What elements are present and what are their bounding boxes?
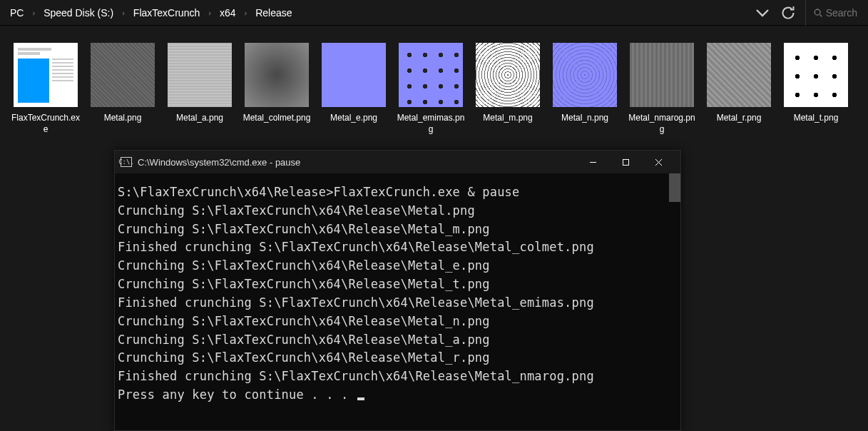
console-line: Finished crunching S:\FlaxTexCrunch\x64\… [118, 367, 678, 386]
breadcrumb-item[interactable]: PC [6, 4, 28, 21]
file-thumbnail [91, 43, 155, 107]
svg-rect-3 [623, 159, 628, 165]
file-grid: FlaxTexCrunch.exeMetal.pngMetal_a.pngMet… [0, 26, 868, 152]
file-item[interactable]: Metal_m.png [469, 40, 546, 138]
file-item[interactable]: Metal_n.png [546, 40, 623, 138]
console-line: Crunching S:\FlaxTexCrunch\x64\Release\M… [118, 349, 678, 367]
file-item[interactable]: Metal_a.png [161, 40, 238, 138]
file-label: Metal_emimas.png [395, 113, 466, 135]
console-titlebar[interactable]: C:\. C:\Windows\system32\cmd.exe - pause [115, 151, 680, 173]
console-line: S:\FlaxTexCrunch\x64\Release>FlaxTexCrun… [118, 183, 678, 202]
console-window: C:\. C:\Windows\system32\cmd.exe - pause… [114, 150, 681, 431]
file-label: Metal_nmarog.png [626, 113, 698, 135]
console-line: Crunching S:\FlaxTexCrunch\x64\Release\M… [118, 220, 678, 239]
file-thumbnail [399, 43, 463, 107]
file-thumbnail [168, 43, 232, 107]
file-thumbnail [630, 43, 694, 107]
file-label: Metal_n.png [561, 113, 608, 124]
file-item[interactable]: FlaxTexCrunch.exe [7, 40, 84, 138]
search-icon [813, 8, 823, 18]
file-label: Metal_m.png [483, 113, 532, 124]
refresh-icon[interactable] [780, 4, 797, 21]
console-line: Press any key to continue . . . [118, 386, 678, 405]
breadcrumb-item[interactable]: Release [251, 4, 296, 21]
cmd-icon: C:\. [121, 157, 132, 167]
file-thumbnail [14, 43, 78, 107]
explorer-address-bar: PC›Speed Disk (S:)›FlaxTexCrunch›x64›Rel… [0, 0, 868, 26]
file-item[interactable]: Metal_colmet.png [238, 40, 315, 138]
chevron-right-icon: › [242, 9, 248, 17]
file-label: Metal_e.png [330, 113, 377, 124]
file-item[interactable]: Metal_r.png [700, 40, 777, 138]
file-label: Metal_r.png [717, 113, 762, 124]
file-thumbnail [553, 43, 617, 107]
cursor [357, 397, 364, 400]
file-thumbnail [322, 43, 386, 107]
file-item[interactable]: Metal_nmarog.png [623, 40, 700, 138]
console-line: Finished crunching S:\FlaxTexCrunch\x64\… [118, 294, 678, 313]
file-label: Metal.png [104, 113, 142, 124]
file-thumbnail [784, 43, 848, 107]
search-input[interactable] [826, 7, 862, 19]
breadcrumb-item[interactable]: x64 [215, 4, 240, 21]
file-label: Metal_a.png [176, 113, 223, 124]
file-item[interactable]: Metal_emimas.png [392, 40, 469, 138]
breadcrumb: PC›Speed Disk (S:)›FlaxTexCrunch›x64›Rel… [6, 4, 754, 21]
file-item[interactable]: Metal.png [84, 40, 161, 138]
close-button[interactable] [642, 151, 675, 173]
console-line: Crunching S:\FlaxTexCrunch\x64\Release\M… [118, 257, 678, 275]
file-item[interactable]: Metal_t.png [777, 40, 854, 138]
chevron-right-icon: › [121, 9, 126, 17]
chevron-right-icon: › [31, 9, 36, 17]
chevron-right-icon: › [207, 9, 213, 17]
console-line: Crunching S:\FlaxTexCrunch\x64\Release\M… [118, 275, 678, 294]
console-line: Crunching S:\FlaxTexCrunch\x64\Release\M… [118, 202, 678, 220]
file-thumbnail [245, 43, 309, 107]
console-line: Finished crunching S:\FlaxTexCrunch\x64\… [118, 238, 678, 257]
breadcrumb-item[interactable]: Speed Disk (S:) [39, 4, 118, 21]
file-label: FlaxTexCrunch.exe [10, 113, 81, 135]
search-box[interactable] [805, 0, 862, 26]
file-thumbnail [707, 43, 771, 107]
file-label: Metal_t.png [794, 113, 839, 124]
svg-point-0 [815, 9, 820, 15]
console-output[interactable]: S:\FlaxTexCrunch\x64\Release>FlaxTexCrun… [115, 173, 680, 430]
console-title: C:\Windows\system32\cmd.exe - pause [138, 157, 300, 168]
minimize-button[interactable] [576, 151, 609, 173]
file-thumbnail [476, 43, 540, 107]
console-line: Crunching S:\FlaxTexCrunch\x64\Release\M… [118, 313, 678, 331]
file-label: Metal_colmet.png [243, 113, 311, 124]
svg-line-1 [820, 14, 822, 16]
console-line: Crunching S:\FlaxTexCrunch\x64\Release\M… [118, 331, 678, 350]
history-dropdown-icon[interactable] [754, 4, 771, 21]
maximize-button[interactable] [609, 151, 642, 173]
breadcrumb-item[interactable]: FlaxTexCrunch [129, 4, 204, 21]
file-item[interactable]: Metal_e.png [315, 40, 392, 138]
